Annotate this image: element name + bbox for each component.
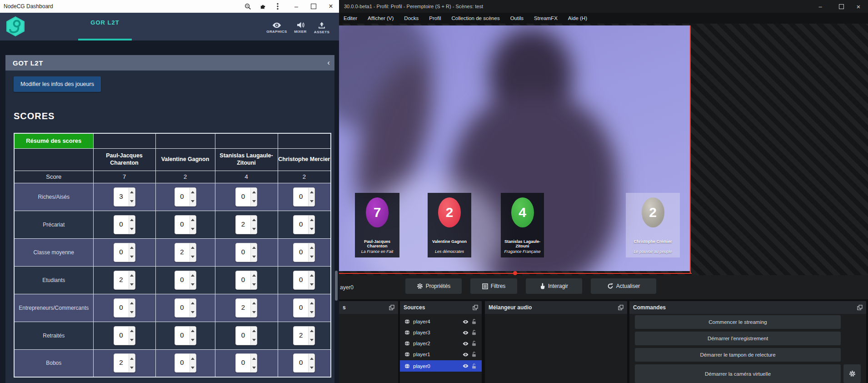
- spinner-down-icon[interactable]: [309, 252, 314, 262]
- score-input[interactable]: 0: [293, 298, 315, 317]
- eye-icon[interactable]: [463, 364, 469, 368]
- score-input[interactable]: 0: [293, 187, 315, 207]
- maximize-button[interactable]: [307, 0, 320, 13]
- score-input[interactable]: 0: [114, 215, 135, 234]
- preview-area[interactable]: 7 Paul-Jacques Charenton La France en Fa…: [339, 24, 868, 275]
- start-replay-buffer-button[interactable]: Démarrer le tampon de relecture: [635, 348, 841, 362]
- menu-scene-collection[interactable]: Collection de scènes: [452, 15, 500, 21]
- spinner-up-icon[interactable]: [251, 271, 257, 280]
- assets-button[interactable]: ASSETS: [310, 17, 334, 38]
- spinner-down-icon[interactable]: [190, 252, 196, 262]
- score-input[interactable]: 3: [114, 187, 135, 207]
- score-input[interactable]: 0: [293, 353, 315, 373]
- unlock-icon[interactable]: [472, 319, 476, 324]
- score-input[interactable]: 0: [175, 326, 196, 345]
- spinner-up-icon[interactable]: [190, 299, 196, 308]
- spinner-up-icon[interactable]: [129, 216, 135, 225]
- spinner-up-icon[interactable]: [309, 327, 314, 336]
- spinner-down-icon[interactable]: [190, 308, 196, 317]
- extensions-puzzle-icon[interactable]: [256, 0, 269, 13]
- spinner-up-icon[interactable]: [251, 327, 257, 336]
- score-input[interactable]: 2: [235, 215, 257, 234]
- controls-dock-header[interactable]: Commandes: [629, 301, 866, 314]
- spinner-down-icon[interactable]: [309, 225, 314, 234]
- score-input[interactable]: 2: [114, 271, 135, 290]
- eye-icon[interactable]: [463, 331, 469, 335]
- popout-icon[interactable]: [389, 305, 394, 310]
- source-row-player1[interactable]: player1: [400, 349, 482, 359]
- spinner-up-icon[interactable]: [251, 299, 257, 308]
- collapse-chevron-icon[interactable]: ‹: [327, 55, 330, 71]
- refresh-button[interactable]: Actualiser: [591, 278, 656, 294]
- spinner-up-icon[interactable]: [129, 327, 135, 336]
- mixer-button[interactable]: MIXER: [289, 17, 312, 38]
- video-canvas[interactable]: 7 Paul-Jacques Charenton La France en Fa…: [339, 25, 691, 271]
- obs-close-button[interactable]: ×: [853, 0, 864, 13]
- spinner-up-icon[interactable]: [309, 354, 314, 363]
- spinner-down-icon[interactable]: [309, 336, 314, 345]
- unlock-icon[interactable]: [472, 341, 476, 346]
- spinner-down-icon[interactable]: [251, 280, 257, 289]
- spinner-up-icon[interactable]: [190, 327, 196, 336]
- spinner-up-icon[interactable]: [190, 271, 196, 280]
- spinner-down-icon[interactable]: [129, 225, 135, 234]
- start-virtual-camera-button[interactable]: Démarrer la caméra virtuelle: [635, 364, 841, 383]
- score-input[interactable]: 2: [114, 353, 135, 373]
- spinner-up-icon[interactable]: [309, 216, 314, 225]
- source-row-player4[interactable]: player4: [400, 317, 482, 327]
- score-input[interactable]: 0: [175, 215, 196, 234]
- spinner-up-icon[interactable]: [129, 299, 135, 308]
- spinner-down-icon[interactable]: [129, 197, 135, 206]
- virtual-camera-settings-button[interactable]: [843, 364, 861, 383]
- scrollbar-thumb[interactable]: [335, 271, 338, 301]
- spinner-down-icon[interactable]: [129, 336, 135, 345]
- score-input[interactable]: 0: [293, 215, 315, 234]
- menu-streamfx[interactable]: StreamFX: [534, 15, 558, 21]
- spinner-up-icon[interactable]: [251, 354, 257, 363]
- score-input[interactable]: 2: [293, 326, 315, 345]
- obs-maximize-button[interactable]: [835, 0, 847, 13]
- eye-icon[interactable]: [463, 320, 469, 324]
- score-input[interactable]: 0: [235, 353, 257, 373]
- source-row-player3[interactable]: player3: [400, 328, 482, 338]
- tab-gor-l2t[interactable]: GOR L2T: [78, 19, 132, 26]
- spinner-down-icon[interactable]: [309, 197, 314, 206]
- spinner-down-icon[interactable]: [190, 336, 196, 345]
- kebab-menu-icon[interactable]: [271, 0, 284, 13]
- spinner-down-icon[interactable]: [251, 363, 257, 372]
- spinner-up-icon[interactable]: [190, 188, 196, 197]
- spinner-up-icon[interactable]: [309, 188, 314, 197]
- start-recording-button[interactable]: Démarrer l'enregistrement: [635, 332, 841, 345]
- score-input[interactable]: 0: [114, 326, 135, 345]
- unlock-icon[interactable]: [472, 330, 476, 335]
- start-streaming-button[interactable]: Commencer le streaming: [635, 315, 841, 329]
- spinner-up-icon[interactable]: [129, 243, 135, 252]
- score-input[interactable]: 0: [175, 187, 196, 207]
- spinner-up-icon[interactable]: [129, 354, 135, 363]
- source-row-player0-selected[interactable]: player0: [400, 360, 482, 372]
- menu-help[interactable]: Aide (H): [568, 15, 587, 21]
- selection-border-right[interactable]: [690, 25, 691, 274]
- source-row-player2[interactable]: player2: [400, 338, 482, 348]
- spinner-up-icon[interactable]: [190, 243, 196, 252]
- spinner-down-icon[interactable]: [129, 363, 135, 372]
- popout-icon[interactable]: [857, 305, 863, 310]
- unlock-icon[interactable]: [472, 363, 476, 369]
- score-input[interactable]: 0: [235, 243, 257, 262]
- score-input[interactable]: 0: [175, 298, 196, 317]
- spinner-up-icon[interactable]: [251, 216, 257, 225]
- score-input[interactable]: 0: [293, 271, 315, 290]
- obs-minimize-button[interactable]: –: [814, 0, 826, 13]
- score-input[interactable]: 0: [293, 243, 315, 262]
- score-input[interactable]: 0: [235, 187, 257, 207]
- search-icon[interactable]: [241, 0, 254, 13]
- close-button[interactable]: ×: [324, 0, 338, 13]
- spinner-down-icon[interactable]: [251, 197, 257, 206]
- spinner-up-icon[interactable]: [190, 216, 196, 225]
- mixer-dock-header[interactable]: Mélangeur audio: [485, 301, 627, 314]
- menu-view[interactable]: Afficher (V): [368, 15, 394, 21]
- spinner-down-icon[interactable]: [190, 225, 196, 234]
- unlock-icon[interactable]: [472, 352, 476, 357]
- menu-edit[interactable]: Editer: [344, 15, 357, 21]
- spinner-down-icon[interactable]: [190, 197, 196, 206]
